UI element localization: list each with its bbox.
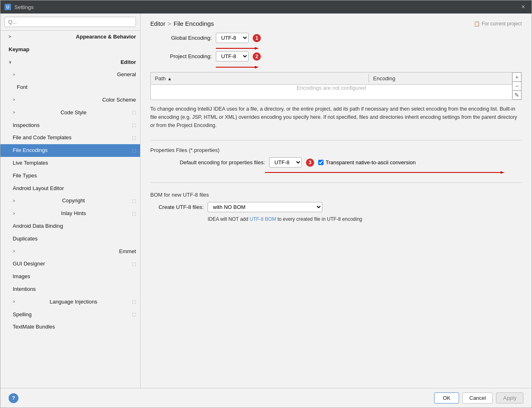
copy-icon-inlay-hints: ⬚ xyxy=(132,210,136,218)
ok-button[interactable]: OK xyxy=(434,392,459,403)
sidebar-item-emmet[interactable]: >Emmet xyxy=(0,245,140,258)
copy-icon-spelling: ⬚ xyxy=(132,311,136,318)
sidebar-item-label-code-style: Code Style xyxy=(61,109,87,117)
transparent-conversion-label: Transparent native-to-ascii conversion xyxy=(326,159,416,165)
table-col-encoding-header: Encoding xyxy=(369,74,512,83)
expand-icon-code-style: > xyxy=(13,109,15,116)
sidebar-item-label-editor: Editor xyxy=(120,58,136,67)
sidebar-item-file-and-code-templates[interactable]: File and Code Templates⬚ xyxy=(0,131,140,144)
sidebar-item-language-injections[interactable]: >Language Injections⬚ xyxy=(0,296,140,308)
expand-icon-appearance: > xyxy=(9,34,11,40)
expand-icon-general: > xyxy=(13,72,15,78)
bom-create-label: Create UTF-8 files: xyxy=(150,204,204,210)
section-divider-2 xyxy=(150,182,522,183)
sidebar-item-label-general: General xyxy=(117,70,136,79)
apply-button[interactable]: Apply xyxy=(496,392,523,403)
copy-icon-language-injections: ⬚ xyxy=(132,298,136,306)
bom-link: UTF-8 BOM xyxy=(249,216,276,222)
sidebar-item-color-scheme[interactable]: >Color Scheme xyxy=(0,94,140,107)
table-remove-button[interactable]: − xyxy=(512,82,521,91)
sidebar-item-duplicates[interactable]: Duplicates xyxy=(0,233,140,245)
sidebar-item-android-layout-editor[interactable]: Android Layout Editor xyxy=(0,182,140,195)
breadcrumb: Editor > File Encodings 📋 For current pr… xyxy=(150,20,522,27)
sidebar-item-label-textmate-bundles: TextMate Bundles xyxy=(13,323,55,331)
project-encoding-row: Project Encoding: UTF-8 2 xyxy=(150,51,522,61)
search-box xyxy=(0,14,140,31)
transparent-conversion-checkbox[interactable] xyxy=(318,160,324,165)
sidebar-item-copyright[interactable]: >Copyright⬚ xyxy=(0,195,140,207)
expand-icon-color-scheme: > xyxy=(13,97,15,103)
sidebar-item-spelling[interactable]: Spelling⬚ xyxy=(0,308,140,321)
sort-arrow-icon: ▲ xyxy=(168,76,172,81)
table-edit-button[interactable]: ✎ xyxy=(512,91,521,100)
app-icon: U xyxy=(5,4,11,10)
sidebar-item-label-language-injections: Language Injections xyxy=(50,298,97,306)
bom-section-title: BOM for new UTF-8 files xyxy=(150,192,522,198)
properties-encoding-label: Default encoding for properties files: xyxy=(150,159,265,165)
search-input[interactable] xyxy=(5,17,136,27)
svg-marker-5 xyxy=(500,171,505,174)
for-current-project: 📋 For current project xyxy=(474,21,522,27)
sidebar-item-images[interactable]: Images xyxy=(0,270,140,283)
help-button[interactable]: ? xyxy=(9,393,18,403)
global-encoding-select[interactable]: UTF-8 xyxy=(216,33,249,43)
properties-encoding-select[interactable]: UTF-8 xyxy=(269,157,302,168)
dialog-footer: ? OK Cancel Apply xyxy=(0,388,532,408)
settings-dialog: U Settings × >Appearance & BehaviorKeyma… xyxy=(0,0,532,408)
sidebar-item-code-style[interactable]: >Code Style⬚ xyxy=(0,107,140,119)
sidebar-item-label-inlay-hints: Inlay Hints xyxy=(61,209,86,218)
project-encoding-select[interactable]: UTF-8 xyxy=(216,51,249,61)
sidebar-item-label-intentions: Intentions xyxy=(13,285,36,294)
annotation-line-1 xyxy=(216,46,522,50)
nav-container: >Appearance & BehaviorKeymap∨Editor>Gene… xyxy=(0,31,140,333)
breadcrumb-parent: Editor xyxy=(150,20,165,27)
table-empty-state: Encodings are not configured xyxy=(151,85,512,91)
cancel-button[interactable]: Cancel xyxy=(462,392,493,403)
main-content: Editor > File Encodings 📋 For current pr… xyxy=(140,14,532,388)
sidebar-item-label-gui-designer: GUI Designer xyxy=(13,260,45,268)
sidebar-item-keymap[interactable]: Keymap xyxy=(0,43,140,56)
sidebar-item-intentions[interactable]: Intentions xyxy=(0,283,140,296)
sidebar-item-label-keymap: Keymap xyxy=(9,45,29,54)
encoding-table: Path ▲ Encoding Encodings are not config… xyxy=(150,72,512,100)
close-button[interactable]: × xyxy=(519,2,527,11)
bom-create-select[interactable]: with NO BOM xyxy=(208,202,322,212)
project-encoding-label: Project Encoding: xyxy=(150,53,212,59)
copy-icon-copyright: ⬚ xyxy=(132,197,136,205)
annotation-line-2 xyxy=(216,65,522,69)
sidebar: >Appearance & BehaviorKeymap∨Editor>Gene… xyxy=(0,14,140,388)
sidebar-item-label-file-encodings: File Encodings xyxy=(13,146,48,155)
section-divider-1 xyxy=(150,140,522,141)
sidebar-item-label-images: Images xyxy=(13,272,30,281)
sidebar-item-font[interactable]: Font xyxy=(0,81,140,94)
encoding-table-wrapper: Path ▲ Encoding Encodings are not config… xyxy=(150,72,522,100)
table-add-button[interactable]: + xyxy=(512,73,521,82)
info-text: To change encoding IntelliJ IDEA uses fo… xyxy=(150,105,522,129)
sidebar-item-label-live-templates: Live Templates xyxy=(13,159,48,168)
sidebar-item-file-types[interactable]: File Types xyxy=(0,170,140,182)
sidebar-item-label-copyright: Copyright xyxy=(62,197,85,205)
dialog-body: >Appearance & BehaviorKeymap∨Editor>Gene… xyxy=(0,14,532,388)
table-col-path-header: Path ▲ xyxy=(151,74,369,83)
sidebar-item-inspections[interactable]: Inspections⬚ xyxy=(0,119,140,132)
copy-icon-file-and-code-templates: ⬚ xyxy=(132,134,136,142)
copy-icon-gui-designer: ⬚ xyxy=(132,261,136,268)
transparent-conversion-checkbox-label[interactable]: Transparent native-to-ascii conversion xyxy=(318,159,416,165)
sidebar-item-gui-designer[interactable]: GUI Designer⬚ xyxy=(0,258,140,270)
expand-icon-inlay-hints: > xyxy=(13,211,15,217)
title-bar-left: U Settings xyxy=(5,4,34,10)
sidebar-item-textmate-bundles[interactable]: TextMate Bundles xyxy=(0,321,140,333)
sidebar-item-label-duplicates: Duplicates xyxy=(13,235,38,243)
bom-row: Create UTF-8 files: with NO BOM xyxy=(150,202,522,212)
sidebar-item-file-encodings[interactable]: File Encodings⬚ xyxy=(0,144,140,157)
sidebar-item-editor[interactable]: ∨Editor xyxy=(0,56,140,69)
svg-marker-3 xyxy=(255,66,259,68)
sidebar-item-label-emmet: Emmet xyxy=(119,247,136,256)
sidebar-item-label-spelling: Spelling xyxy=(13,311,32,319)
sidebar-item-general[interactable]: >General xyxy=(0,68,140,81)
sidebar-item-label-appearance: Appearance & Behavior xyxy=(76,33,136,41)
sidebar-item-android-data-binding[interactable]: Android Data Binding xyxy=(0,220,140,233)
sidebar-item-appearance[interactable]: >Appearance & Behavior xyxy=(0,31,140,43)
sidebar-item-live-templates[interactable]: Live Templates xyxy=(0,157,140,170)
sidebar-item-inlay-hints[interactable]: >Inlay Hints⬚ xyxy=(0,207,140,220)
